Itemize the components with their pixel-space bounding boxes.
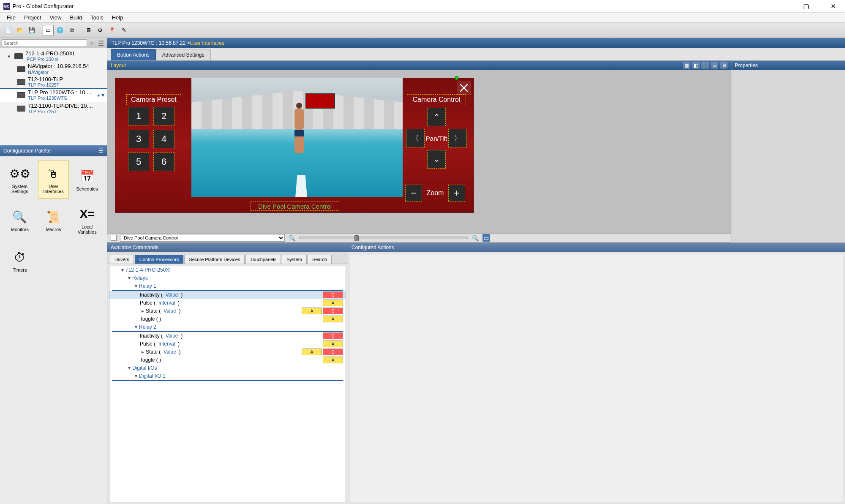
main-tabs: Button Actions Advanced Settings <box>107 48 845 61</box>
screen-icon[interactable]: 🖥 <box>83 25 94 36</box>
pan-left-button[interactable]: 〈 <box>406 129 425 147</box>
selection-handle[interactable] <box>455 76 458 80</box>
menu-help[interactable]: Help <box>108 14 128 22</box>
palette-menu-icon[interactable]: ☰ <box>99 148 104 154</box>
fit-icon[interactable]: ▭ <box>482 234 490 242</box>
grid-icon[interactable]: ▦ <box>683 62 690 69</box>
cmdtab-search[interactable]: Search <box>308 255 332 264</box>
cmdtab-touchpanels[interactable]: Touchpanels <box>245 255 281 264</box>
palette-user-interfaces[interactable]: 🖱User Interfaces <box>38 161 69 199</box>
cmdtab-control-processors[interactable]: Control Processors <box>135 255 184 264</box>
save-icon[interactable]: 💾 <box>26 25 37 36</box>
palette-local-variables[interactable]: X=Local Variables <box>71 201 103 239</box>
search-input[interactable] <box>2 39 87 47</box>
layer-checkbox[interactable] <box>111 235 117 241</box>
device-tree: ▾ 712-1-4-PRO-250XIIPCP Pro 250 xi NAVig… <box>0 48 107 145</box>
menu-file[interactable]: File <box>3 14 20 22</box>
layer-select[interactable]: Dive Pool Camera Control <box>120 234 285 242</box>
hierarchy-icon[interactable]: ⧉ <box>66 25 77 36</box>
cmd-toggle[interactable]: Toggle ( )A <box>109 356 346 364</box>
device-item[interactable]: 712-1100-TLPTLP Pro 1025T <box>0 76 107 88</box>
pan-right-button[interactable]: 〉 <box>448 129 467 147</box>
close-window-button[interactable]: ✕ <box>825 3 842 10</box>
palette-system-settings[interactable]: ⚙⚙System Settings <box>4 161 35 199</box>
device-item[interactable]: 712-1100-TLP-DIVE: 10....TLP Pro 725T <box>0 102 107 115</box>
config-icon[interactable]: ⚙ <box>95 25 106 36</box>
device-item[interactable]: NAVigator : 10.99.216.54NAVigator <box>0 63 107 75</box>
device-menu-icon[interactable]: ☰ <box>97 39 105 47</box>
window-icon[interactable]: ▭ <box>711 62 718 69</box>
palette-macros[interactable]: 📜Macros <box>38 201 69 239</box>
preset-2-button[interactable]: 2 <box>153 107 174 125</box>
monitor-icon: 🔍 <box>11 208 28 225</box>
configured-actions-body[interactable] <box>350 254 843 502</box>
menu-tools[interactable]: Tools <box>86 14 107 22</box>
menu-view[interactable]: View <box>45 14 65 22</box>
cmd-pulse[interactable]: Pulse ( Interval )A <box>109 299 346 307</box>
cmdtab-system[interactable]: System <box>282 255 307 264</box>
zoom-out-button[interactable]: − <box>405 185 422 202</box>
cmd-toggle[interactable]: Toggle ( )A <box>109 315 346 323</box>
badge-a: A <box>323 300 343 306</box>
window-title: Pro - Global Configurator <box>13 3 74 9</box>
new-file-icon[interactable]: 📄 <box>3 25 14 36</box>
tab-advanced-settings[interactable]: Advanced Settings <box>156 49 211 60</box>
add-device-icon[interactable]: + <box>89 39 95 47</box>
device-root[interactable]: ▾ 712-1-4-PRO-250XIIPCP Pro 250 xi <box>0 50 107 63</box>
open-icon[interactable]: 📂 <box>14 25 25 36</box>
cmd-state[interactable]: ▸State ( Value )AC <box>109 348 346 356</box>
select-icon[interactable]: ◧ <box>692 62 700 69</box>
cmd-inactivity[interactable]: Inactivity ( Value )C <box>109 332 346 340</box>
zoom-in-button[interactable]: + <box>448 185 465 202</box>
calendar-icon: 📅 <box>79 168 95 185</box>
zoom-label: Zoom <box>425 189 446 197</box>
palette: ⚙⚙System Settings 🖱User Interfaces 📅Sche… <box>0 156 107 504</box>
expand-icon[interactable]: ▾ <box>101 92 104 98</box>
palette-schedules[interactable]: 📅Schedules <box>71 161 103 199</box>
preset-1-button[interactable]: 1 <box>128 107 149 125</box>
tab-button-actions[interactable]: Button Actions <box>111 49 156 60</box>
tilt-up-button[interactable]: ⌃ <box>427 108 446 126</box>
cmd-state[interactable]: ▸State ( Value )AC <box>109 307 346 315</box>
zoom-in-icon[interactable]: 🔍 <box>472 234 479 242</box>
slider-thumb[interactable] <box>354 235 359 241</box>
preset-6-button[interactable]: 6 <box>153 153 174 171</box>
add-child-icon[interactable]: + <box>97 92 100 98</box>
camera-control-label: Camera Control <box>407 94 466 105</box>
zoom-out-icon[interactable]: 🔍 <box>288 234 296 242</box>
badge-c: C <box>323 292 343 298</box>
cmd-inactivity[interactable]: Inactivity ( Value )C <box>109 291 346 299</box>
minus-icon[interactable]: — <box>701 62 709 69</box>
tilt-down-button[interactable]: ⌄ <box>427 150 446 169</box>
zoom-slider[interactable] <box>299 237 468 239</box>
device-item-selected[interactable]: TLP Pro 1230WTG : 10....TLP Pro 1230WTG … <box>0 88 107 102</box>
globe-icon[interactable]: 🌐 <box>55 25 65 36</box>
cmdtab-secure-platform[interactable]: Secure Platform Devices <box>184 255 245 264</box>
menu-project[interactable]: Project <box>20 14 45 22</box>
pin-icon[interactable]: 📍 <box>106 25 117 36</box>
wand-icon[interactable]: ✎ <box>118 25 129 36</box>
touchpanel-icon <box>17 92 25 98</box>
cmd-pulse[interactable]: Pulse ( Interval )A <box>109 340 346 348</box>
video-preview <box>191 78 403 197</box>
configured-actions-header: Configured Actions <box>348 243 845 252</box>
command-tree[interactable]: ▾712-1-4-PRO-250XI ▾Relays ▾Relay 1 Inac… <box>109 266 346 502</box>
palette-monitors[interactable]: 🔍Monitors <box>4 201 35 239</box>
layout-canvas[interactable]: Camera Preset Camera Control 1 2 3 4 5 6 <box>107 70 731 233</box>
ui-icon: 🖱 <box>45 165 62 182</box>
display-icon[interactable]: 🖥 <box>720 62 728 69</box>
preset-3-button[interactable]: 3 <box>128 130 149 148</box>
touchpanel-icon <box>17 79 25 85</box>
gears-icon: ⚙⚙ <box>11 165 28 182</box>
palette-timers[interactable]: ⏱Timers <box>4 242 35 280</box>
close-button[interactable] <box>457 81 471 95</box>
touchpanel-icon <box>17 106 25 112</box>
panel-toggle-icon[interactable]: ▭ <box>43 25 54 36</box>
breadcrumb: TLP Pro 1230WTG : 10.56.87.22 > User Int… <box>107 38 845 48</box>
cmdtab-drivers[interactable]: Drivers <box>110 255 134 264</box>
preset-4-button[interactable]: 4 <box>153 130 174 148</box>
minimize-button[interactable]: — <box>771 3 788 10</box>
preset-5-button[interactable]: 5 <box>128 153 149 171</box>
maximize-button[interactable]: ▢ <box>798 3 815 10</box>
menu-build[interactable]: Build <box>65 14 86 22</box>
